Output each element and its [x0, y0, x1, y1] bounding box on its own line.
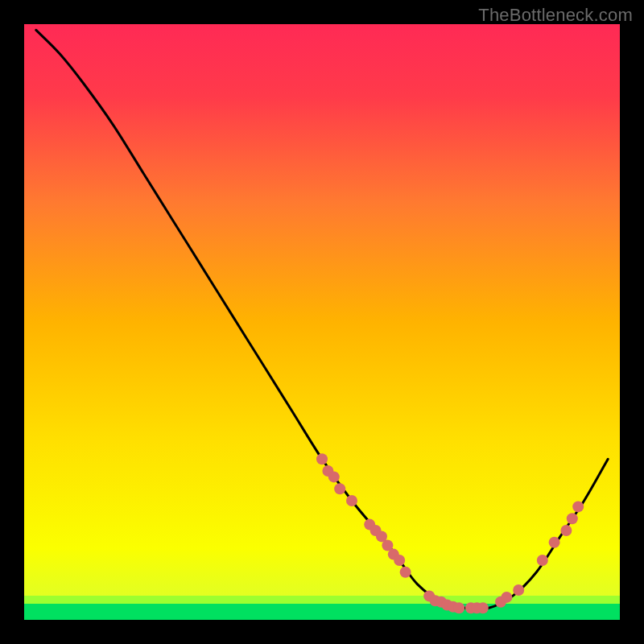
highlight-dot: [346, 495, 357, 506]
highlight-dot: [560, 525, 572, 536]
highlight-dot: [334, 483, 345, 494]
bottleneck-chart: [24, 24, 620, 620]
highlight-dot: [453, 602, 464, 613]
highlight-dot: [328, 471, 340, 482]
gradient-background: [24, 24, 620, 620]
highlight-dot: [549, 537, 560, 548]
watermark-text: TheBottleneck.com: [478, 5, 633, 26]
plot-area: [24, 24, 620, 620]
green-bottom-band: [24, 602, 620, 620]
highlight-dot: [513, 584, 524, 596]
yellowgreen-transition: [24, 596, 620, 604]
highlight-dot: [400, 567, 411, 578]
highlight-dot: [501, 592, 512, 603]
highlight-dot: [537, 555, 548, 566]
highlight-dot: [572, 501, 584, 512]
highlight-dot: [394, 555, 405, 566]
highlight-dot: [316, 453, 328, 464]
chart-frame: TheBottleneck.com: [0, 0, 644, 644]
highlight-dot: [477, 602, 489, 613]
highlight-dot: [567, 513, 578, 524]
